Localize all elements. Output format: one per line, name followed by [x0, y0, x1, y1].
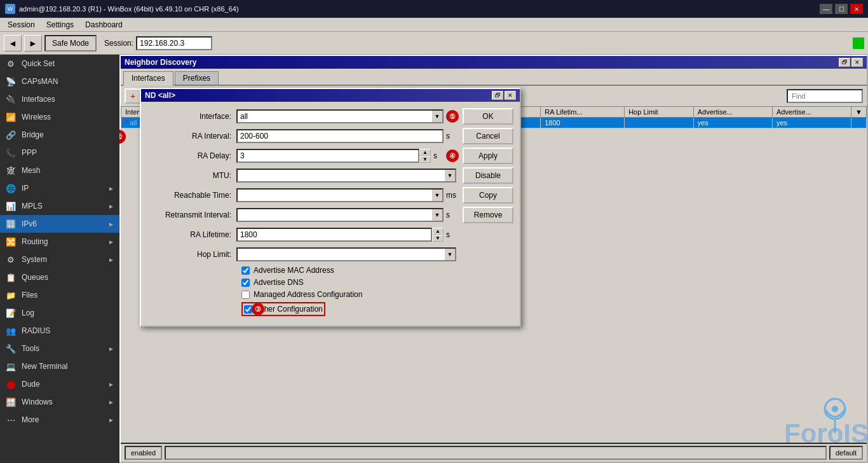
sidebar-item-radius[interactable]: 👥 RADIUS	[0, 322, 119, 340]
session-input[interactable]	[136, 36, 212, 50]
mtu-input[interactable]	[236, 169, 445, 183]
sidebar-item-interfaces[interactable]: 🔌 Interfaces	[0, 90, 119, 108]
advertise-mac-checkbox[interactable]	[241, 266, 250, 275]
nd-restore-button[interactable]: 🗗	[839, 58, 850, 67]
interfaces-icon: 🔌	[5, 93, 17, 105]
back-button[interactable]: ◄	[4, 35, 22, 52]
dialog-form: Interface: ▼ ⑤ RA Interval:	[147, 108, 456, 319]
other-config-label: Other Configuration	[256, 305, 323, 314]
sidebar-item-dude[interactable]: ⬤ Dude ►	[0, 375, 119, 393]
form-row-retransmit: Retransmit Interval: ▼ s	[147, 207, 456, 223]
forward-button[interactable]: ►	[24, 35, 42, 52]
col-advertise1: Advertise...	[693, 107, 772, 118]
nd-close-button[interactable]: ✕	[851, 58, 863, 67]
ra-lifetime-down-button[interactable]: ▼	[432, 235, 444, 242]
retransmit-dropdown-button[interactable]: ▼	[432, 208, 444, 222]
checkbox-row-other-config: Other Configuration ③	[147, 302, 456, 316]
sidebar-item-ppp[interactable]: 📞 PPP	[0, 144, 119, 162]
reachable-input[interactable]	[236, 188, 432, 202]
reachable-dropdown-button[interactable]: ▼	[432, 188, 444, 202]
ra-delay-up-button[interactable]: ▲	[419, 149, 431, 156]
copy-button[interactable]: Copy	[463, 187, 513, 204]
sidebar-item-tools[interactable]: 🔧 Tools ►	[0, 340, 119, 357]
nd-dialog-restore-button[interactable]: 🗗	[492, 91, 503, 100]
nd-find-input[interactable]	[787, 89, 863, 103]
sidebar-item-quickset[interactable]: ⚙ Quick Set	[0, 55, 119, 73]
advertise-dns-label: Advertise DNS	[254, 278, 304, 287]
menu-settings[interactable]: Settings	[41, 19, 79, 31]
disable-button[interactable]: Disable	[463, 167, 513, 184]
status-middle	[165, 446, 827, 460]
sidebar-item-mpls[interactable]: 📊 MPLS ►	[0, 197, 119, 215]
close-button[interactable]: ✕	[850, 4, 863, 14]
nd-dialog-close-button[interactable]: ✕	[505, 91, 516, 100]
label-ra-lifetime: RA Lifetime:	[147, 230, 236, 239]
annotation-circle-5: ⑤	[446, 110, 459, 123]
retransmit-input[interactable]	[236, 208, 432, 222]
sidebar-item-capsman[interactable]: 📡 CAPsMAN	[0, 73, 119, 90]
status-enabled: enabled	[125, 446, 162, 460]
hop-limit-input[interactable]	[236, 247, 445, 261]
bridge-icon: 🔗	[5, 129, 17, 141]
ra-interval-input[interactable]	[236, 129, 444, 143]
menu-session[interactable]: Session	[3, 19, 40, 31]
ra-delay-down-button[interactable]: ▼	[419, 156, 431, 163]
mtu-dropdown-button[interactable]: ▼	[445, 169, 456, 183]
windows-icon: 🪟	[5, 396, 17, 408]
sidebar-item-wireless[interactable]: 📶 Wireless	[0, 108, 119, 126]
ra-delay-input[interactable]	[236, 149, 419, 163]
nd-dialog-titlebar: ND <all> 🗗 ✕	[141, 89, 520, 102]
sidebar-item-queues[interactable]: 📋 Queues	[0, 268, 119, 286]
apply-button[interactable]: Apply	[463, 148, 513, 164]
form-row-mtu: MTU: ▼	[147, 167, 456, 184]
nd-add-button[interactable]: +	[125, 88, 141, 104]
windows-arrow-icon: ►	[108, 399, 114, 406]
menu-bar: Session Settings Dashboard	[0, 18, 868, 32]
sidebar-item-routing[interactable]: 🔀 Routing ►	[0, 233, 119, 251]
nd-all-dialog: ND <all> 🗗 ✕ Interface: ▼	[140, 88, 521, 327]
sidebar-item-system[interactable]: ⚙ System ►	[0, 251, 119, 268]
remove-button[interactable]: Remove	[463, 207, 513, 223]
ok-button[interactable]: OK	[463, 108, 513, 125]
cancel-button[interactable]: Cancel	[463, 128, 513, 144]
mpls-arrow-icon: ►	[108, 203, 114, 210]
form-row-ra-interval: RA Interval: s	[147, 128, 456, 144]
sidebar-item-windows[interactable]: 🪟 Windows ►	[0, 393, 119, 411]
sidebar-item-files[interactable]: 📁 Files	[0, 286, 119, 304]
sidebar-item-more[interactable]: ⋯ More ►	[0, 411, 119, 429]
cell-ra-lifetime: 1800	[541, 118, 625, 128]
advertise-dns-checkbox[interactable]	[241, 279, 250, 287]
hop-limit-input-group: ▼	[236, 247, 456, 261]
sidebar-item-mesh[interactable]: 🕸 Mesh	[0, 162, 119, 179]
cell-hop-limit	[625, 118, 694, 128]
tab-prefixes[interactable]: Prefixes	[175, 71, 219, 85]
ra-lifetime-up-button[interactable]: ▲	[432, 228, 444, 235]
status-default: default	[829, 446, 863, 460]
sidebar-item-log[interactable]: 📝 Log	[0, 304, 119, 322]
capsman-icon: 📡	[5, 76, 17, 87]
safe-mode-button[interactable]: Safe Mode	[44, 35, 97, 52]
routing-icon: 🔀	[5, 236, 17, 247]
ra-delay-unit: s	[433, 151, 444, 160]
watermark-area: ForoISP	[810, 390, 860, 443]
sidebar-item-ip[interactable]: 🌐 IP ►	[0, 179, 119, 197]
maximize-button[interactable]: ☐	[835, 4, 848, 14]
interface-input[interactable]	[236, 109, 432, 123]
retransmit-unit: s	[446, 211, 456, 219]
col-ra-lifetime: RA Lifetim...	[541, 107, 625, 118]
ra-lifetime-input[interactable]	[236, 228, 432, 242]
sidebar-item-bridge[interactable]: 🔗 Bridge	[0, 126, 119, 144]
mesh-icon: 🕸	[5, 165, 17, 176]
more-icon: ⋯	[5, 414, 17, 425]
log-icon: 📝	[5, 307, 17, 319]
neighbor-discovery-window: Neighbor Discovery 🗗 ✕ Interfaces Prefix…	[119, 55, 868, 463]
tab-interfaces[interactable]: Interfaces	[123, 71, 173, 86]
interface-dropdown-button[interactable]: ▼	[432, 109, 444, 123]
minimize-button[interactable]: —	[820, 4, 832, 14]
managed-address-checkbox[interactable]	[241, 291, 250, 299]
sidebar-item-ipv6[interactable]: 🔢 IPv6 ► Addresses 1 DHCP Client DHCP Re…	[0, 215, 119, 233]
sidebar-item-new-terminal[interactable]: 💻 New Terminal	[0, 357, 119, 375]
label-ra-interval: RA Interval:	[147, 132, 236, 141]
hop-limit-dropdown-button[interactable]: ▼	[445, 247, 456, 261]
menu-dashboard[interactable]: Dashboard	[80, 19, 128, 31]
